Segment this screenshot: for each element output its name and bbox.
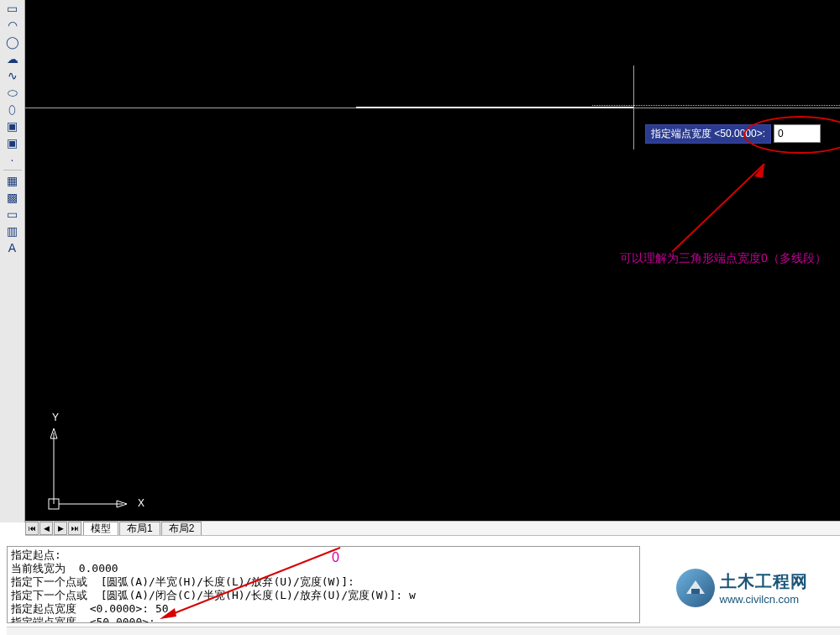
cmd-line-2: 当前线宽为 0.0000 [11, 562, 118, 575]
tool-revcloud[interactable]: ☁ [4, 50, 21, 67]
tab-model[interactable]: 模型 [83, 522, 118, 535]
crosshair-vertical [633, 66, 634, 150]
toolbar-separator [3, 170, 22, 171]
cmd-line-4: 指定下一个点或 [圆弧(A)/闭合(C)/半宽(H)/长度(L)/放弃(U)/宽… [11, 589, 416, 601]
tool-hatch[interactable]: ▦ [4, 172, 21, 189]
tool-region[interactable]: ▭ [4, 206, 21, 223]
tool-mtext[interactable]: A [4, 239, 21, 256]
svg-marker-1 [754, 164, 764, 178]
watermark-url: www.civilcn.com [720, 593, 808, 606]
tool-circle[interactable]: ◯ [4, 34, 21, 50]
cmd-line-1: 指定起点: [11, 548, 61, 561]
ucs-x-label: X [138, 497, 144, 509]
tool-ellipse-arc[interactable]: ⬯ [4, 101, 21, 118]
ucs-icon: Y X [39, 412, 139, 512]
watermark-logo: 土木工程网 www.civilcn.com [654, 563, 830, 613]
tool-insert-block[interactable]: ▣ [4, 118, 21, 134]
tutorial-zero-overlay: 0 [332, 550, 339, 565]
cmd-line-5: 指定起点宽度 <0.0000>: 50 [11, 602, 169, 615]
tool-rectangle[interactable]: ▭ [4, 0, 21, 17]
svg-line-0 [672, 164, 764, 252]
svg-rect-9 [691, 589, 700, 594]
command-line-bar[interactable] [7, 627, 840, 635]
tutorial-annotation-text: 可以理解为三角形端点宽度0（多线段） [620, 251, 827, 266]
polar-track-line [592, 105, 840, 106]
layout-tabs-bar: ⏮ ◀ ▶ ⏭ 模型 布局1 布局2 [25, 521, 840, 536]
tab-nav-last[interactable]: ⏭ [68, 522, 81, 535]
tool-ellipse[interactable]: ⬭ [4, 84, 21, 101]
tool-spline[interactable]: ∿ [4, 67, 21, 84]
tab-nav-next[interactable]: ▶ [54, 522, 67, 535]
draw-toolbar: ▭ ◠ ◯ ☁ ∿ ⬭ ⬯ ▣ ▣ · ▦ ▩ ▭ ▥ A [0, 0, 25, 522]
tutorial-arrow-icon [664, 160, 798, 252]
drawing-canvas[interactable]: 指定端点宽度 <50.0000>: 可以理解为三角形端点宽度0（多线段） Y X [25, 0, 840, 521]
ucs-y-label: Y [52, 412, 59, 423]
watermark-title: 土木工程网 [720, 570, 808, 593]
tool-make-block[interactable]: ▣ [4, 134, 21, 151]
tab-nav-prev[interactable]: ◀ [39, 522, 53, 535]
watermark-logo-icon [676, 569, 715, 607]
tab-nav-first[interactable]: ⏮ [25, 522, 39, 535]
command-history-panel: 指定起点: 当前线宽为 0.0000 指定下一个点或 [圆弧(A)/半宽(H)/… [7, 546, 640, 623]
tool-table[interactable]: ▥ [4, 223, 21, 239]
tool-gradient[interactable]: ▩ [4, 189, 21, 206]
tool-point[interactable]: · [4, 151, 21, 168]
tab-layout2[interactable]: 布局2 [161, 522, 202, 535]
cmd-line-6: 指定端点宽度 <50.0000>: [11, 616, 155, 623]
tab-layout1[interactable]: 布局1 [119, 522, 160, 535]
cmd-line-3: 指定下一个点或 [圆弧(A)/半宽(H)/长度(L)/放弃(U)/宽度(W)]: [11, 575, 354, 588]
tool-arc[interactable]: ◠ [4, 17, 21, 34]
crosshair-horizontal [25, 108, 840, 108]
tutorial-highlight-ellipse [743, 116, 840, 154]
